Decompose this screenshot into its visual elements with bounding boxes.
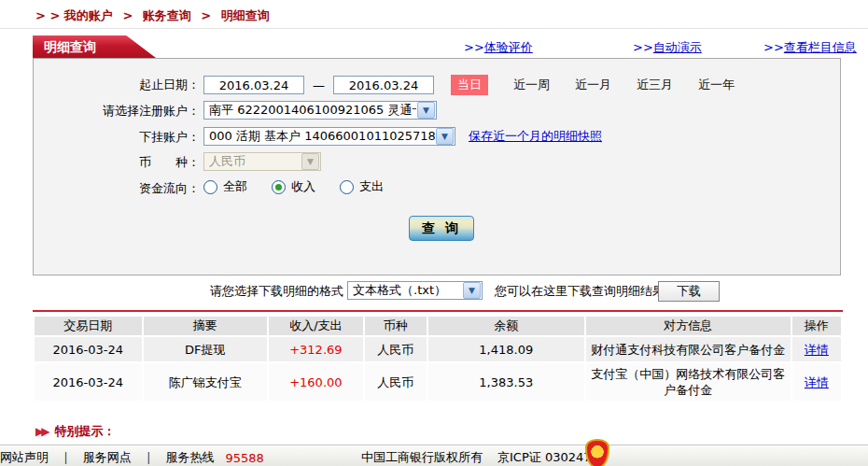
query-form-panel: 起止日期： — 当日 近一周 近一月 近三月 近一年 请选择注册账户： 南平 6… bbox=[33, 58, 841, 275]
register-account-label: 请选择注册账户： bbox=[34, 101, 200, 121]
copyright-text: 中国工商银行版权所有 bbox=[361, 449, 483, 466]
breadcrumb-separator: > bbox=[122, 8, 133, 22]
flow-radio-income[interactable] bbox=[272, 180, 286, 194]
col-header-date: 交易日期 bbox=[35, 317, 142, 335]
footer-left-links: 网站声明 ｜ 服务网点 ｜ 服务热线 95588 bbox=[0, 449, 264, 466]
footer-link-site-statement[interactable]: 网站声明 bbox=[0, 449, 49, 466]
table-row: 2016-03-24 陈广锦支付宝 +160.00 人民币 1,383.53 支… bbox=[35, 363, 841, 401]
footer-link-service-outlets[interactable]: 服务网点 bbox=[83, 449, 132, 466]
cell-counterparty: 财付通支付科技有限公司客户备付金 bbox=[586, 337, 791, 361]
register-account-value: 南平 6222001406100921065 灵通卡 bbox=[204, 102, 416, 119]
currency-select-disabled: 人民币 ▼ bbox=[203, 152, 321, 171]
quick-range-month[interactable]: 近一月 bbox=[575, 77, 611, 93]
quick-range-quarter[interactable]: 近三月 bbox=[637, 77, 673, 93]
link-view-column-info[interactable]: >>查看栏目信息 bbox=[763, 39, 857, 56]
tab-title: 明细查询 bbox=[44, 39, 96, 54]
flow-radio-expense[interactable] bbox=[340, 180, 354, 194]
col-header-currency: 币种 bbox=[365, 317, 427, 335]
breadcrumb-prefix: > > bbox=[35, 8, 60, 22]
today-button[interactable]: 当日 bbox=[451, 75, 488, 95]
footer-copyright: 中国工商银行版权所有 京ICP证 030247号 bbox=[361, 449, 604, 466]
chevron-down-icon[interactable]: ▼ bbox=[436, 128, 454, 145]
detail-link[interactable]: 详情 bbox=[805, 375, 829, 389]
quick-range-week[interactable]: 近一周 bbox=[513, 77, 550, 93]
special-notice-label: 特别提示： bbox=[54, 424, 115, 438]
date-range-label: 起止日期： bbox=[34, 75, 200, 95]
cell-date: 2016-03-24 bbox=[35, 337, 142, 361]
breadcrumb-separator: > bbox=[201, 8, 211, 22]
tab-detail-query[interactable]: 明细查询 bbox=[33, 35, 156, 58]
sub-account-value: 000 活期 基本户 1406600101102571848 bbox=[204, 128, 435, 145]
cell-balance: 1,383.53 bbox=[428, 363, 584, 401]
chevron-down-icon[interactable]: ▼ bbox=[417, 102, 435, 119]
cell-balance: 1,418.09 bbox=[428, 337, 584, 361]
query-button[interactable]: 查 询 bbox=[409, 216, 474, 241]
flow-option-income-label[interactable]: 收入 bbox=[291, 178, 315, 195]
link-prefix: >> bbox=[464, 40, 484, 54]
footer-separator: ｜ bbox=[143, 449, 155, 466]
download-button[interactable]: 下载 bbox=[658, 281, 720, 302]
cell-date: 2016-03-24 bbox=[35, 363, 142, 401]
date-range-row: 起止日期： — 当日 近一周 近一月 近三月 近一年 bbox=[34, 75, 840, 97]
breadcrumb-item-account-query[interactable]: 账务查询 bbox=[143, 8, 191, 22]
cell-summary: 陈广锦支付宝 bbox=[144, 363, 268, 401]
icp-badge-icon[interactable] bbox=[585, 439, 609, 466]
detail-link[interactable]: 详情 bbox=[805, 343, 829, 357]
snapshot-link[interactable]: 保存近一个月的明细快照 bbox=[469, 128, 602, 145]
sub-account-row: 下挂账户： 000 活期 基本户 1406600101102571848 ▼ 保… bbox=[34, 127, 840, 149]
register-account-row: 请选择注册账户： 南平 6222001406100921065 灵通卡 ▼ bbox=[34, 101, 840, 123]
register-account-select[interactable]: 南平 6222001406100921065 灵通卡 ▼ bbox=[203, 101, 437, 120]
double-triangle-icon: ▶▶ bbox=[35, 425, 47, 438]
cell-currency: 人民币 bbox=[365, 337, 427, 361]
fund-flow-label: 资金流向： bbox=[34, 178, 200, 199]
divider bbox=[0, 28, 868, 29]
date-dash: — bbox=[313, 78, 325, 92]
quick-range-year[interactable]: 近一年 bbox=[698, 77, 735, 93]
footer-separator: ｜ bbox=[60, 449, 72, 466]
chevron-down-icon: ▼ bbox=[301, 153, 319, 170]
link-experience-review[interactable]: >>体验评价 bbox=[464, 39, 533, 56]
cell-counterparty: 支付宝（中国）网络技术有限公司客户备付金 bbox=[586, 363, 791, 401]
currency-row: 币 种： 人民币 ▼ bbox=[34, 152, 840, 175]
chevron-down-icon[interactable]: ▼ bbox=[463, 282, 481, 299]
currency-label: 币 种： bbox=[34, 152, 200, 173]
special-notice: ▶▶特别提示： bbox=[35, 423, 115, 440]
table-top-red-line bbox=[33, 310, 843, 312]
link-prefix: >> bbox=[633, 40, 653, 54]
cell-currency: 人民币 bbox=[365, 363, 427, 401]
download-hint: 您可以在这里下载查询明细结果 bbox=[495, 283, 665, 300]
col-header-action: 操作 bbox=[792, 317, 841, 335]
col-header-amount: 收入/支出 bbox=[269, 317, 362, 335]
download-format-label: 请您选择下载明细的格式 bbox=[33, 283, 343, 300]
link-auto-demo[interactable]: >>自动演示 bbox=[633, 39, 702, 56]
currency-value: 人民币 bbox=[204, 153, 301, 170]
table-row: 2016-03-24 DF提现 +312.69 人民币 1,418.09 财付通… bbox=[35, 337, 841, 361]
download-section: 请您选择下载明细的格式 文本格式（.txt） ▼ 您可以在这里下载查询明细结果 … bbox=[33, 281, 843, 304]
fund-flow-row: 资金流向： 全部 收入 支出 bbox=[34, 178, 840, 201]
sub-account-label: 下挂账户： bbox=[34, 127, 200, 148]
breadcrumb-item-detail-query[interactable]: 明细查询 bbox=[221, 8, 270, 22]
footer-hotline-label: 服务热线 bbox=[165, 449, 214, 466]
col-header-counterparty: 对方信息 bbox=[586, 317, 791, 335]
footer: 网站声明 ｜ 服务网点 ｜ 服务热线 95588 中国工商银行版权所有 京ICP… bbox=[0, 445, 868, 466]
breadcrumb-item-my-account[interactable]: 我的账户 bbox=[64, 8, 113, 22]
breadcrumb: > > 我的账户 > 账务查询 > 明细查询 bbox=[35, 7, 270, 24]
footer-hotline-number: 95588 bbox=[225, 451, 263, 465]
link-prefix: >> bbox=[763, 40, 784, 54]
flow-radio-all[interactable] bbox=[203, 180, 217, 194]
date-from-input[interactable] bbox=[203, 76, 304, 94]
cell-amount: +312.69 bbox=[269, 337, 362, 361]
download-format-value: 文本格式（.txt） bbox=[348, 282, 462, 299]
col-header-balance: 余额 bbox=[428, 317, 584, 335]
flow-option-all-label[interactable]: 全部 bbox=[223, 178, 247, 195]
date-to-input[interactable] bbox=[333, 76, 434, 94]
table-header-row: 交易日期 摘要 收入/支出 币种 余额 对方信息 操作 bbox=[35, 317, 841, 335]
sub-account-select[interactable]: 000 活期 基本户 1406600101102571848 ▼ bbox=[203, 127, 455, 146]
download-format-select[interactable]: 文本格式（.txt） ▼ bbox=[347, 281, 483, 300]
transaction-table: 交易日期 摘要 收入/支出 币种 余额 对方信息 操作 2016-03-24 D… bbox=[33, 315, 843, 402]
cell-summary: DF提现 bbox=[144, 337, 268, 361]
flow-option-expense-label[interactable]: 支出 bbox=[359, 178, 384, 195]
col-header-summary: 摘要 bbox=[144, 317, 268, 335]
cell-amount: +160.00 bbox=[269, 363, 362, 401]
